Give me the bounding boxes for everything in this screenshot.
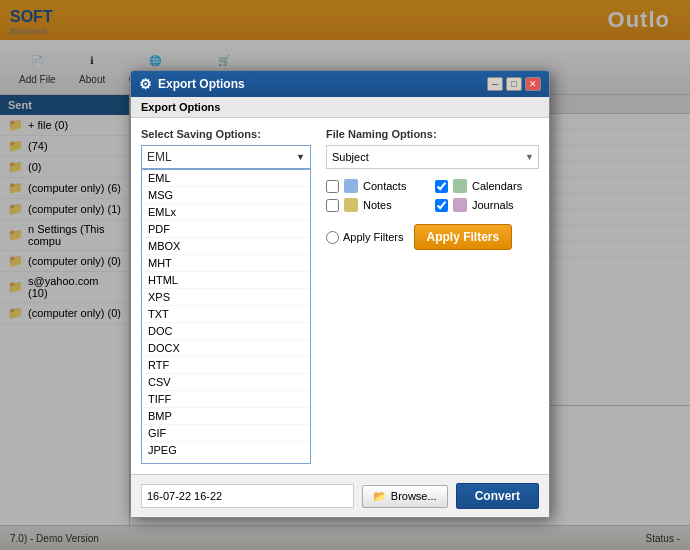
contacts-checkbox[interactable]: [326, 180, 339, 193]
convert-button[interactable]: Convert: [456, 483, 539, 509]
naming-section: File Naming Options: Subject Date From ▼: [326, 128, 539, 464]
notes-color-icon: [344, 198, 358, 212]
format-item-doc[interactable]: DOC: [142, 323, 310, 340]
naming-select-wrapper: Subject Date From ▼: [326, 145, 539, 169]
format-item-jpeg[interactable]: JPEG: [142, 442, 310, 459]
apply-filters-button[interactable]: Apply Filters: [414, 224, 513, 250]
format-item-html[interactable]: HTML: [142, 272, 310, 289]
dialog-footer: 📂 Browse... Convert: [131, 474, 549, 517]
apply-filters-radio[interactable]: [326, 231, 339, 244]
format-item-eml[interactable]: EML: [142, 170, 310, 187]
journals-checkbox[interactable]: [435, 199, 448, 212]
calendars-color-icon: [453, 179, 467, 193]
format-item-csv[interactable]: CSV: [142, 374, 310, 391]
folder-browse-icon: 📂: [373, 490, 387, 503]
format-dropdown-list[interactable]: EML MSG EMLx PDF MBOX MHT HTML XPS TXT D…: [141, 169, 311, 464]
format-item-rtf[interactable]: RTF: [142, 357, 310, 374]
browse-button[interactable]: 📂 Browse...: [362, 485, 448, 508]
format-item-tiff[interactable]: TIFF: [142, 391, 310, 408]
format-item-msg[interactable]: MSG: [142, 187, 310, 204]
maximize-button[interactable]: □: [506, 77, 522, 91]
format-selected-display[interactable]: EML ▼: [141, 145, 311, 169]
notes-checkbox-item: Notes: [326, 198, 430, 212]
dialog-subtitle: Export Options: [131, 97, 549, 118]
journals-color-icon: [453, 198, 467, 212]
calendars-checkbox[interactable]: [435, 180, 448, 193]
calendars-checkbox-item: Calendars: [435, 179, 539, 193]
format-item-gif[interactable]: GIF: [142, 425, 310, 442]
select-saving-label: Select Saving Options:: [141, 128, 311, 140]
format-item-xps[interactable]: XPS: [142, 289, 310, 306]
notes-checkbox[interactable]: [326, 199, 339, 212]
format-item-pdf[interactable]: PDF: [142, 221, 310, 238]
format-section: Select Saving Options: EML ▼ EML MSG EML…: [141, 128, 311, 464]
modal-overlay: ⚙ Export Options ─ □ ✕ Export Options Se…: [0, 0, 690, 550]
format-item-mht[interactable]: MHT: [142, 255, 310, 272]
close-button[interactable]: ✕: [525, 77, 541, 91]
dropdown-arrow-icon: ▼: [296, 152, 305, 162]
export-options-dialog: ⚙ Export Options ─ □ ✕ Export Options Se…: [130, 70, 550, 518]
dialog-body: Select Saving Options: EML ▼ EML MSG EML…: [131, 118, 549, 474]
contacts-checkbox-item: Contacts: [326, 179, 430, 193]
dialog-sections: Select Saving Options: EML ▼ EML MSG EML…: [141, 128, 539, 464]
dialog-icon: ⚙: [139, 76, 152, 92]
format-item-mbox[interactable]: MBOX: [142, 238, 310, 255]
file-naming-select[interactable]: Subject Date From: [326, 145, 539, 169]
dialog-title: ⚙ Export Options: [139, 76, 245, 92]
path-input[interactable]: [141, 484, 354, 508]
apply-filters-radio-item: Apply Filters: [326, 231, 404, 244]
format-item-txt[interactable]: TXT: [142, 306, 310, 323]
contacts-color-icon: [344, 179, 358, 193]
filter-row: Apply Filters Apply Filters: [326, 224, 539, 250]
format-item-bmp[interactable]: BMP: [142, 408, 310, 425]
dialog-titlebar: ⚙ Export Options ─ □ ✕: [131, 71, 549, 97]
file-naming-label: File Naming Options:: [326, 128, 539, 140]
journals-checkbox-item: Journals: [435, 198, 539, 212]
format-item-emlx[interactable]: EMLx: [142, 204, 310, 221]
format-item-png[interactable]: PNG: [142, 459, 310, 464]
minimize-button[interactable]: ─: [487, 77, 503, 91]
dialog-controls: ─ □ ✕: [487, 77, 541, 91]
checkbox-group: Contacts Calendars Notes: [326, 179, 539, 212]
format-item-docx[interactable]: DOCX: [142, 340, 310, 357]
